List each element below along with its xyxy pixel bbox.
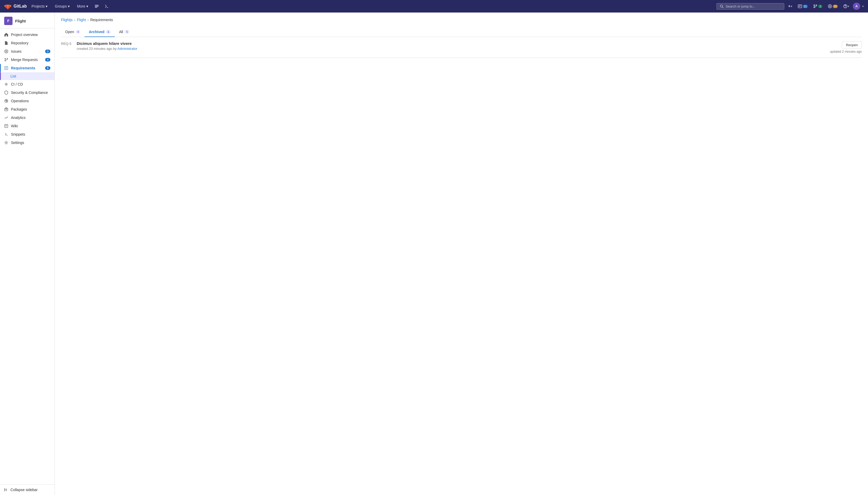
sidebar-item-project-overview[interactable]: Project overview xyxy=(0,31,54,39)
svg-point-22 xyxy=(6,142,7,143)
svg-point-16 xyxy=(5,61,6,61)
svg-rect-2 xyxy=(95,7,97,7)
issues-icon[interactable]: 20 xyxy=(826,2,839,10)
req-count-badge: 5 xyxy=(45,66,50,70)
merge-requests-icon[interactable]: 1 xyxy=(812,2,824,10)
project-name: Flight xyxy=(15,19,26,23)
issues-count-badge: 9 xyxy=(45,50,50,53)
svg-point-11 xyxy=(845,7,846,7)
sidebar-item-issues[interactable]: Issues 9 xyxy=(0,47,54,55)
requirements-tabs: Open 4 Archived 1 All 5 xyxy=(61,27,862,37)
breadcrumb-flight[interactable]: Flight xyxy=(77,18,86,22)
table-row: REQ-5 Dicimus aliquem hilare vivere crea… xyxy=(61,37,862,58)
svg-point-8 xyxy=(828,5,832,8)
breadcrumb: Flightjs › Flight › Requirements xyxy=(61,18,862,22)
sidebar-item-repository[interactable]: Repository xyxy=(0,39,54,47)
mr-badge: 1 xyxy=(818,5,822,8)
req-details: Dicimus aliquem hilare vivere created 23… xyxy=(77,41,827,51)
all-count: 5 xyxy=(125,30,129,34)
todos-icon[interactable]: 11 xyxy=(796,2,809,10)
svg-point-14 xyxy=(5,58,6,59)
requirements-list: REQ-5 Dicimus aliquem hilare vivere crea… xyxy=(61,37,862,58)
todos-badge: 11 xyxy=(803,5,808,8)
req-title[interactable]: Dicimus aliquem hilare vivere xyxy=(77,41,827,46)
svg-rect-4 xyxy=(798,5,802,8)
breadcrumb-current: Requirements xyxy=(90,18,113,22)
sidebar-nav: Project overview Repository Issues 9 Mer… xyxy=(0,29,54,484)
tab-all[interactable]: All 5 xyxy=(115,27,134,37)
issues-badge: 20 xyxy=(833,5,838,8)
tab-open[interactable]: Open 4 xyxy=(61,27,85,37)
req-actions: Reopen updated 2 minutes ago xyxy=(830,41,862,53)
sidebar-item-packages[interactable]: Packages xyxy=(0,105,54,114)
sidebar-sub-item-list[interactable]: List xyxy=(0,72,54,80)
sidebar-bottom: Collapse sidebar xyxy=(0,484,54,495)
nav-snippet-icon[interactable] xyxy=(103,2,110,10)
svg-point-9 xyxy=(829,6,831,7)
svg-rect-21 xyxy=(5,124,8,127)
project-header: F Flight xyxy=(0,13,54,29)
user-avatar[interactable]: A xyxy=(853,3,860,10)
gitlab-logo-text: GitLab xyxy=(14,4,27,8)
nav-more[interactable]: More ▾ xyxy=(74,3,91,10)
req-author-link[interactable]: Administrator xyxy=(117,47,137,51)
svg-point-12 xyxy=(5,50,8,53)
open-count: 4 xyxy=(75,30,80,34)
search-placeholder: Search or jump to... xyxy=(726,4,755,8)
tab-archived[interactable]: Archived 1 xyxy=(85,27,115,37)
sidebar-item-security[interactable]: Security & Compliance xyxy=(0,88,54,97)
user-menu-chevron[interactable]: ▾ xyxy=(862,5,864,8)
breadcrumb-flightjs[interactable]: Flightjs xyxy=(61,18,72,22)
svg-rect-1 xyxy=(95,6,99,6)
req-meta: created 23 minutes ago by Administrator xyxy=(77,47,827,51)
svg-point-15 xyxy=(7,58,8,59)
sidebar: F Flight Project overview Repository Iss… xyxy=(0,13,55,495)
gitlab-logo-link[interactable]: GitLab xyxy=(4,3,27,10)
sidebar-item-cicd[interactable]: CI / CD xyxy=(0,80,54,88)
sidebar-item-requirements[interactable]: Requirements 5 xyxy=(0,64,54,72)
svg-point-13 xyxy=(6,51,7,52)
sidebar-item-snippets[interactable]: Snippets xyxy=(0,130,54,138)
sidebar-item-wiki[interactable]: Wiki xyxy=(0,122,54,130)
svg-point-17 xyxy=(6,84,7,85)
sidebar-item-merge-requests[interactable]: Merge Requests 4 xyxy=(0,55,54,64)
top-navigation: GitLab Projects ▾ Groups ▾ More ▾ Search… xyxy=(0,0,868,13)
main-content: Flightjs › Flight › Requirements Open 4 … xyxy=(55,13,868,495)
updated-text: updated 2 minutes ago xyxy=(830,50,862,53)
svg-rect-0 xyxy=(95,5,99,5)
nav-projects[interactable]: Projects ▾ xyxy=(29,3,50,10)
svg-point-19 xyxy=(6,101,6,101)
svg-point-18 xyxy=(5,99,8,102)
sidebar-item-analytics[interactable]: Analytics xyxy=(0,114,54,122)
create-new-button[interactable]: + ▾ xyxy=(786,2,794,11)
nav-activity-icon[interactable] xyxy=(93,2,101,10)
sidebar-item-operations[interactable]: Operations xyxy=(0,97,54,105)
nav-groups[interactable]: Groups ▾ xyxy=(52,3,72,10)
main-layout: F Flight Project overview Repository Iss… xyxy=(0,13,868,495)
req-id: REQ-5 xyxy=(61,41,73,46)
reopen-button[interactable]: Reopen xyxy=(842,41,862,49)
project-avatar: F xyxy=(4,17,13,25)
search-bar[interactable]: Search or jump to... xyxy=(716,3,784,10)
sidebar-item-settings[interactable]: Settings xyxy=(0,138,54,147)
collapse-sidebar-button[interactable]: Collapse sidebar xyxy=(4,488,50,492)
mr-count-badge: 4 xyxy=(45,58,50,62)
help-icon[interactable]: ▾ xyxy=(841,2,851,10)
archived-count: 1 xyxy=(106,30,110,34)
